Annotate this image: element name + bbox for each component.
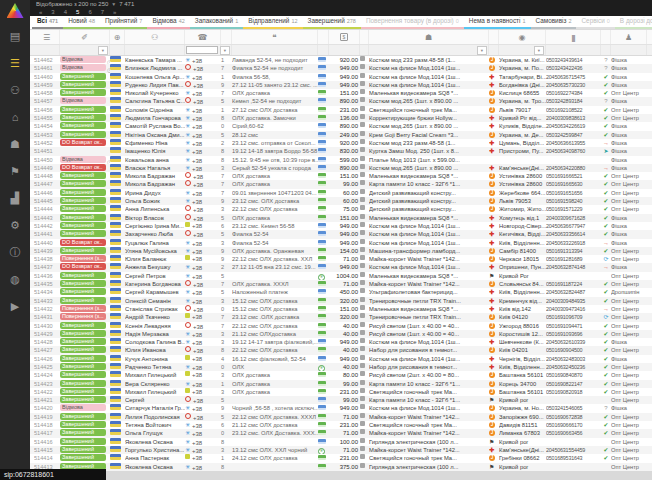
sidebar-item-clients-icon[interactable]: ⚇ <box>0 77 30 104</box>
sidebar-item-products-icon[interactable]: ☗ <box>0 131 30 158</box>
sidebar-item-statistics-icon[interactable]: ▟ <box>0 185 30 212</box>
phone-filter-input[interactable] <box>186 46 218 54</box>
product-box-icon <box>360 164 365 169</box>
table-row[interactable]: 514436ЗавершенийСергей Петров✳+385₴1004.… <box>30 272 652 280</box>
tab-Самовивіз[interactable]: Самовивіз2 <box>531 16 577 29</box>
status-cell: Завершений <box>60 363 110 371</box>
table-row[interactable]: 514449DO Возврат ок..Власюк Наталья✳+383… <box>30 164 652 172</box>
page-number[interactable]: 4 <box>61 9 70 16</box>
sidebar-item-integrations-icon[interactable]: ◍ <box>0 266 30 293</box>
justin-icon: J <box>489 190 495 196</box>
table-row[interactable]: 514423ЗавершенийВера Скляренко✳+381ОЛХ д… <box>30 380 652 388</box>
table-row[interactable]: 514420ВідмоваСитарчук Наталія Гр...✳+389… <box>30 404 652 412</box>
tab-Завершений[interactable]: Завершений278 <box>303 16 361 29</box>
table-row[interactable]: 514442ЗавершенийСергіюнко Ірина Ми...+38… <box>30 222 652 230</box>
table-row[interactable]: 514459ЗавершенийРуденко Лидия Пав...+389… <box>30 81 652 89</box>
table-row[interactable]: 514441ЗавершенийЗахарченко Люба+385Фиалк… <box>30 230 652 238</box>
filter-dropdown-icon[interactable]: ▾ <box>477 46 487 55</box>
table-row[interactable]: 514454ЗавершенийСамотій Руслана Во...✳+3… <box>30 122 652 130</box>
table-row[interactable]: 514413ЗавершенийЯковлева Оксана✳+388375.… <box>30 463 652 471</box>
table-row[interactable]: 514428ЗавершенийСолодкова Галина В...✳+3… <box>30 338 652 346</box>
country-cell <box>110 197 125 205</box>
table-row[interactable]: 514434ЗавершенийСергей Карамышев✳+385Нал… <box>30 288 652 296</box>
sidebar-item-info-icon[interactable]: ⓘ <box>0 239 30 266</box>
table-row[interactable]: 514432Повернення (з...Станіслав Стрижак+… <box>30 305 652 313</box>
tab-Відправлений[interactable]: Відправлений12 <box>243 16 302 29</box>
sidebar-item-orders-icon[interactable]: ☰ <box>0 50 30 77</box>
tab-Всі[interactable]: Всі471 <box>32 16 63 29</box>
table-row[interactable]: 514452DO Возврат ок..Єфименко Ніна✳+3822… <box>30 139 652 147</box>
product-name: Крем Goji Berry Facial Cream *3... <box>369 131 489 139</box>
filter-dropdown-icon[interactable]: ▾ <box>534 46 544 55</box>
table-row[interactable]: 514456ЗавершенийСоломія Сідоніна✳+38127.… <box>30 106 652 114</box>
tab-Прийнятий[interactable]: Прийнятий7 <box>100 16 147 29</box>
table-row[interactable]: 514443ЗавершенийВіктор Власов+385ОЛХ дос… <box>30 214 652 222</box>
sidebar-item-dashboard-icon[interactable]: ▤ <box>0 23 30 50</box>
sip-bar[interactable]: sip:0672818601 <box>0 469 106 480</box>
tab-Новий[interactable]: Новий48 <box>63 16 100 29</box>
orders-count: 0 <box>221 429 232 437</box>
sidebar-item-office-icon[interactable]: ⌂ <box>0 104 30 131</box>
table-row[interactable]: 514440DO Возврат ок..Гуцалюк Галина✳+383… <box>30 239 652 247</box>
table-row[interactable]: 514427ЗавершенийЮлия Иванова+38822.12 см… <box>30 346 652 354</box>
price: 830.00 <box>329 147 360 155</box>
table-row[interactable]: 514422ЗавершенийМихаил Гилецький+383ОЛХ … <box>30 388 652 396</box>
table-row[interactable]: 514419ЗавершенийЛилия Подолинская+38522.… <box>30 413 652 421</box>
tab-Відмова[interactable]: Відмова42 <box>147 16 189 29</box>
app-logo-icon[interactable] <box>7 3 24 18</box>
table-row[interactable]: 514417ЗавершенийОльга Глущук✳+38023.12 с… <box>30 429 652 437</box>
table-row[interactable]: 514429ЗавершенийНадія Мерзаєва✳+38321.12… <box>30 330 652 338</box>
table-row[interactable]: 514421ЗавершенийСергей+38599.00Карта пам… <box>30 396 652 404</box>
table-row[interactable]: 514448ЗавершенийМикола Бадражан+387ОЛХ д… <box>30 172 652 180</box>
table-row[interactable]: 514416ЗавершенийЯковлева Оксана✳+388100.… <box>30 438 652 446</box>
table-row[interactable]: 514435ЗавершенийКатерина Богданова+387ОЛ… <box>30 280 652 288</box>
filter-dropdown-icon[interactable]: ▾ <box>98 46 108 55</box>
page-number[interactable]: 6 <box>85 9 94 16</box>
table-row[interactable]: 514438Повернення (з...Юлия Баланюк+38922… <box>30 255 652 263</box>
first-page-icon[interactable]: « <box>36 9 45 16</box>
address: Куликів, Відділе... <box>499 122 546 130</box>
table-row[interactable]: 514426ЗавершенийКучук Антонина+38416.12 … <box>30 355 652 363</box>
table-row[interactable]: 514457ВідмоваСалєгина Татьяна С...+385Ке… <box>30 97 652 105</box>
table-row[interactable]: 514460ЗавершенийКошелева Ольга Ар...✳+38… <box>30 73 652 81</box>
tab-Запакований[interactable]: Запакований1 <box>190 16 243 29</box>
table-row[interactable]: 514450Відмова◷Ковальова анна✳+38815.12. … <box>30 156 652 164</box>
last-page-icon[interactable]: » <box>110 9 119 16</box>
table-row[interactable]: 514458ЗавершенийНиколай Кучеренко✳+387ОЛ… <box>30 89 652 97</box>
table-row[interactable]: 514430ЗавершенийКсенія Левадняя+38722.12… <box>30 322 652 330</box>
tab-Нема в наявності[interactable]: Нема в наявності1 <box>464 16 531 29</box>
page-number[interactable]: 7 <box>98 9 107 16</box>
table-row[interactable]: 514433ЗавершенийОлексій Семанін✳+38315.1… <box>30 297 652 305</box>
product-box-icon <box>360 122 365 127</box>
tab-В дорозі додому[interactable]: В дорозі додому0 <box>615 16 652 29</box>
filter-icon[interactable]: ▼ <box>111 1 116 8</box>
table-row[interactable]: 514462Відмова◷Каневська Тамара ...✳+381Л… <box>30 56 652 64</box>
table-row[interactable]: 514445ЗавершенийОльга Божик✳+38923.12 см… <box>30 197 652 205</box>
sidebar-item-settings-icon[interactable]: ⚙ <box>0 212 30 239</box>
sidebar-item-video-icon[interactable]: ▶ <box>0 293 30 320</box>
table-row[interactable]: 514446ЗавершенийИрина Дидух✳+38709.01 зв… <box>30 189 652 197</box>
comment: 22.12 смс ОЛХ доставка <box>232 205 318 213</box>
table-row[interactable]: 514437DO Возврат ок..Анжела Безушку✳+382… <box>30 263 652 271</box>
filter-dropdown-icon[interactable]: ▾ <box>220 46 230 55</box>
table-row[interactable]: 514447ЗавершенийМикола Бадражан+387ОЛХ д… <box>30 180 652 188</box>
table-row[interactable]: 514424ЗавершенийМихаил Гилецький+383ОЛХ … <box>30 371 652 379</box>
table-row[interactable]: 514453ЗавершенийНікітіна Оксана Дми...✳+… <box>30 131 652 139</box>
sidebar-item-marketing-icon[interactable]: ⚑ <box>0 158 30 185</box>
table-row[interactable]: 514415ЗавершенийГоргулько Христина...✳+3… <box>30 446 652 454</box>
table-row[interactable]: 514414ЗавершенийАнна Пастернак+38124.12 … <box>30 454 652 462</box>
page-number[interactable]: 3 <box>48 9 57 16</box>
order-id: 514444 <box>34 205 60 213</box>
table-row[interactable]: 514444ЗавершенийАнна Липенська+38322.12 … <box>30 205 652 213</box>
manager: Фішка <box>611 338 647 346</box>
table-row[interactable]: 514451Іващенко Юлія✳+38819.12 14-18 завт… <box>30 147 652 155</box>
table-row[interactable]: 514461Відмова◷Близнюк Людмила ...+387Фиа… <box>30 64 652 72</box>
table-row[interactable]: 514455ЗавершенийЛюдмила Гончарова✳+388ОЛ… <box>30 114 652 122</box>
table-row[interactable]: 514425ЗавершенийРадченко Тетяна✳+380ОЛХ₴… <box>30 363 652 371</box>
page-number[interactable]: 5 <box>73 9 82 16</box>
tab-Сервіси[interactable]: Сервіси0 <box>576 16 614 29</box>
table-row[interactable]: 514418ЗавершенийТетяна Войтович✳+38621.1… <box>30 421 652 429</box>
table-row[interactable]: 514439ЗавершенийУляна Мусійовська✳+389ОЛ… <box>30 247 652 255</box>
table-row[interactable]: 514431Повернення (з...Андрій Ткаченко+38… <box>30 313 652 321</box>
tab-Повернення товару (в дорозі)[interactable]: Повернення товару (в дорозі)0 <box>361 16 464 29</box>
